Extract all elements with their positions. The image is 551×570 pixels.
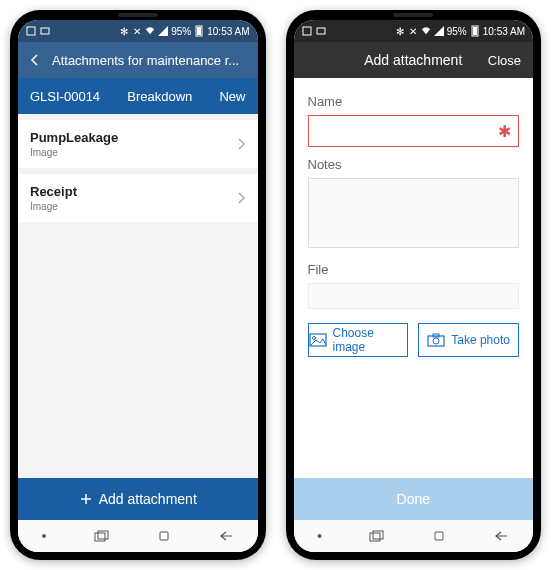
svg-rect-4 [95, 533, 105, 541]
bluetooth-icon: ✻ [119, 26, 129, 36]
notification-icon [302, 26, 312, 36]
attachment-name: Receipt [30, 184, 77, 199]
status-left-icons [26, 26, 50, 36]
take-photo-label: Take photo [451, 333, 510, 347]
android-nav-bar: • [294, 520, 534, 552]
svg-rect-7 [303, 27, 311, 35]
record-info-bar: GLSI-00014 Breakdown New [18, 78, 258, 114]
svg-rect-17 [373, 531, 383, 539]
back-nav-icon[interactable] [493, 530, 509, 542]
take-photo-button[interactable]: Take photo [418, 323, 519, 357]
clock-time: 10:53 AM [207, 26, 249, 37]
mute-icon: ✕ [132, 26, 142, 36]
status-right-icons: ✻ ✕ 95% 10:53 AM [395, 26, 525, 37]
record-type: Breakdown [127, 89, 192, 104]
chevron-right-icon [236, 137, 246, 151]
add-attachment-button[interactable]: Add attachment [18, 478, 258, 520]
svg-rect-5 [98, 531, 108, 539]
done-label: Done [397, 491, 430, 507]
status-bar: ✻ ✕ 95% 10:53 AM [18, 20, 258, 42]
attachment-name: PumpLeakage [30, 130, 118, 145]
choose-image-button[interactable]: Choose image [308, 323, 409, 357]
recents-icon[interactable] [369, 530, 385, 542]
nav-dot: • [317, 528, 322, 544]
battery-icon [194, 26, 204, 36]
wifi-icon [145, 26, 155, 36]
choose-image-label: Choose image [333, 326, 408, 354]
page-title: Attachments for maintenance r... [52, 53, 248, 68]
app-bar: Add attachment Close [294, 42, 534, 78]
attachments-list: PumpLeakage Image Receipt Image [18, 114, 258, 478]
file-label: File [308, 262, 520, 277]
name-label: Name [308, 94, 520, 109]
file-display [308, 283, 520, 309]
back-nav-icon[interactable] [218, 530, 234, 542]
back-icon[interactable] [28, 53, 42, 67]
svg-rect-6 [160, 532, 168, 540]
nav-dot: • [42, 528, 47, 544]
screen-left: ✻ ✕ 95% 10:53 AM Attachments for maint [18, 20, 258, 552]
svg-point-12 [312, 337, 315, 340]
speaker-slot [118, 13, 158, 17]
plus-icon [79, 492, 93, 506]
status-bar: ✻ ✕ 95% 10:53 AM [294, 20, 534, 42]
list-item[interactable]: PumpLeakage Image [18, 120, 258, 168]
close-button[interactable]: Close [481, 53, 521, 68]
svg-point-15 [433, 338, 439, 344]
attachment-form: Name ✱ Notes File Choose image [294, 78, 534, 478]
bluetooth-icon: ✻ [395, 26, 405, 36]
add-attachment-label: Add attachment [99, 491, 197, 507]
notes-label: Notes [308, 157, 520, 172]
status-left-icons [302, 26, 326, 36]
battery-icon [470, 26, 480, 36]
record-id: GLSI-00014 [30, 89, 100, 104]
camera-icon [427, 333, 445, 347]
notes-input[interactable] [308, 178, 520, 248]
page-title: Add attachment [356, 52, 472, 68]
svg-rect-18 [435, 532, 443, 540]
notification-icon [26, 26, 36, 36]
notification-icon-2 [40, 26, 50, 36]
svg-rect-1 [41, 28, 49, 34]
attachment-type: Image [30, 147, 118, 158]
wifi-icon [421, 26, 431, 36]
svg-rect-3 [197, 27, 201, 35]
svg-rect-16 [370, 533, 380, 541]
phone-left: ✻ ✕ 95% 10:53 AM Attachments for maint [10, 10, 266, 560]
app-bar: Attachments for maintenance r... [18, 42, 258, 78]
status-right-icons: ✻ ✕ 95% 10:53 AM [119, 26, 249, 37]
home-icon[interactable] [157, 529, 171, 543]
signal-icon [434, 26, 444, 36]
recents-icon[interactable] [94, 530, 110, 542]
battery-percent: 95% [447, 26, 467, 37]
home-icon[interactable] [432, 529, 446, 543]
svg-rect-8 [317, 28, 325, 34]
android-nav-bar: • [18, 520, 258, 552]
required-star-icon: ✱ [498, 122, 511, 141]
attachment-type: Image [30, 201, 77, 212]
clock-time: 10:53 AM [483, 26, 525, 37]
mute-icon: ✕ [408, 26, 418, 36]
svg-rect-0 [27, 27, 35, 35]
image-icon [309, 333, 327, 347]
list-item[interactable]: Receipt Image [18, 174, 258, 222]
speaker-slot [393, 13, 433, 17]
done-button[interactable]: Done [294, 478, 534, 520]
phone-right: ✻ ✕ 95% 10:53 AM Add attachment Close [286, 10, 542, 560]
chevron-right-icon [236, 191, 246, 205]
notification-icon-2 [316, 26, 326, 36]
record-status: New [219, 89, 245, 104]
svg-rect-10 [473, 27, 477, 35]
screen-right: ✻ ✕ 95% 10:53 AM Add attachment Close [294, 20, 534, 552]
battery-percent: 95% [171, 26, 191, 37]
signal-icon [158, 26, 168, 36]
name-input[interactable] [308, 115, 520, 147]
